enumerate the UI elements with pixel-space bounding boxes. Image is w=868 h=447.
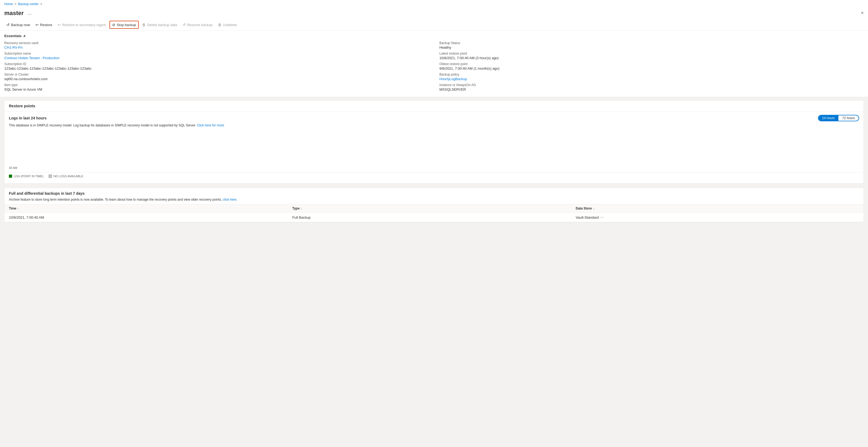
essentials-section: Essentials ∧ Recovery services vaultCH1-… [0, 31, 868, 97]
restore-secondary-icon: ↩ [58, 23, 61, 27]
essentials-item: Subscription ID123abc-123abc-123abc-123a… [4, 62, 429, 70]
essentials-item: Backup policyHourlyLogBackup [439, 72, 864, 81]
full-backups-card: Full and differential backups in last 7 … [4, 188, 864, 222]
row-menu-button[interactable]: ··· [600, 215, 604, 220]
row-type: Full Backup [292, 215, 576, 220]
restore-icon: ↩ [35, 23, 39, 27]
sort-time-icon: ↕ [18, 207, 19, 210]
essentials-item: Recovery services vaultCH1-RV-Pri [4, 41, 429, 50]
legend-log-label: LOG (POINT IN TIME) [14, 175, 43, 178]
essentials-item: Latest restore point10/8/2021, 7:00:40 A… [439, 52, 864, 60]
backup-now-button[interactable]: ↺ Backup now [4, 21, 32, 28]
restore-button[interactable]: ↩ Restore [33, 21, 55, 28]
delete-backup-button[interactable]: 🗑 Delete backup data [140, 21, 179, 28]
essentials-grid: Recovery services vaultCH1-RV-PriSubscri… [4, 41, 864, 94]
breadcrumb: Home > Backup center > [0, 0, 868, 8]
content-area: Restore points Logs in last 24 hours 24 … [0, 97, 868, 230]
logs-header: Logs in last 24 hours 24 hours 72 hours [9, 115, 859, 121]
essentials-item: Item typeSQL Server in Azure VM [4, 83, 429, 91]
essentials-item: Backup StatusHealthy [439, 41, 864, 50]
breadcrumb-home[interactable]: Home [4, 2, 13, 6]
time-24h-button[interactable]: 24 hours [818, 115, 839, 121]
breadcrumb-backup-center[interactable]: Backup center [18, 2, 39, 6]
table-header: Time ↕ Type ↕ Data Store ↕ [5, 204, 863, 213]
legend-no-logs: NO LOGS AVAILABLE [49, 175, 83, 178]
essentials-title: Essentials [4, 34, 22, 38]
essentials-collapse-icon: ∧ [23, 34, 26, 38]
chart-time-label: 30 AM [9, 166, 17, 170]
essentials-item: Instance or AlwaysOn AGMSSQLSERVER [439, 83, 864, 91]
sort-datastore-icon: ↕ [593, 207, 594, 210]
row-datastore: Vault-Standard ··· [576, 215, 859, 220]
essentials-item: Server or Clustersql00.na.contosohotels.… [4, 72, 429, 81]
full-backups-notice: Archive feature to store long term reten… [5, 198, 863, 204]
resume-backup-button[interactable]: ↺ Resume backup [180, 21, 215, 28]
logs-info: This database is in SIMPLE recovery mode… [9, 123, 859, 127]
breadcrumb-sep2: > [40, 2, 42, 6]
time-toggle: 24 hours 72 hours [818, 115, 859, 121]
essentials-header[interactable]: Essentials ∧ [4, 34, 864, 38]
full-backups-link[interactable]: click here. [223, 198, 238, 202]
logs-info-link[interactable]: Click here for more [197, 123, 224, 127]
essentials-right: Backup StatusHealthyLatest restore point… [439, 41, 864, 94]
col-datastore[interactable]: Data Store ↕ [576, 207, 859, 210]
legend-area: LOG (POINT IN TIME) NO LOGS AVAILABLE [9, 172, 859, 180]
time-72h-button[interactable]: 72 hours [838, 115, 859, 121]
sort-type-icon: ↕ [301, 207, 302, 210]
legend-no-logs-label: NO LOGS AVAILABLE [54, 175, 83, 178]
row-time: 10/8/2021, 7:00:40 AM [9, 215, 292, 220]
undelete-button[interactable]: 🗑 Undelete [216, 21, 239, 28]
toolbar: ↺ Backup now ↩ Restore ↩ Restore to seco… [0, 19, 868, 31]
undelete-icon: 🗑 [218, 23, 222, 27]
more-options-button[interactable]: ... [26, 9, 33, 17]
stop-backup-icon: ⊘ [112, 23, 115, 27]
logs-section: Logs in last 24 hours 24 hours 72 hours … [5, 112, 863, 183]
table-row: 10/8/2021, 7:00:40 AM Full Backup Vault-… [5, 213, 863, 222]
legend-log-point: LOG (POINT IN TIME) [9, 175, 43, 178]
essentials-item: Subscription nameContoso Hotels Tenant -… [4, 52, 429, 60]
logs-title: Logs in last 24 hours [9, 116, 46, 120]
restore-secondary-button[interactable]: ↩ Restore to secondary region [55, 21, 108, 28]
chart-area: 30 AM [5, 129, 863, 172]
col-type[interactable]: Type ↕ [292, 207, 576, 210]
legend-green-dot [9, 175, 12, 178]
resume-backup-icon: ↺ [183, 23, 186, 27]
restore-points-card: Restore points Logs in last 24 hours 24 … [4, 100, 864, 183]
close-button[interactable]: × [861, 10, 864, 16]
legend-gray-dot [49, 175, 52, 178]
stop-backup-button[interactable]: ⊘ Stop backup [110, 21, 139, 29]
delete-backup-icon: 🗑 [142, 23, 146, 27]
page-header: master ... × [0, 8, 868, 19]
page-title: master [4, 10, 24, 17]
backup-now-icon: ↺ [6, 23, 10, 27]
essentials-item: Oldest restore point9/8/2021, 7:00:40 AM… [439, 62, 864, 70]
full-backups-title: Full and differential backups in last 7 … [5, 188, 863, 198]
restore-points-title: Restore points [5, 100, 863, 112]
breadcrumb-sep1: > [14, 2, 17, 6]
col-time[interactable]: Time ↕ [9, 207, 292, 210]
essentials-left: Recovery services vaultCH1-RV-PriSubscri… [4, 41, 429, 94]
